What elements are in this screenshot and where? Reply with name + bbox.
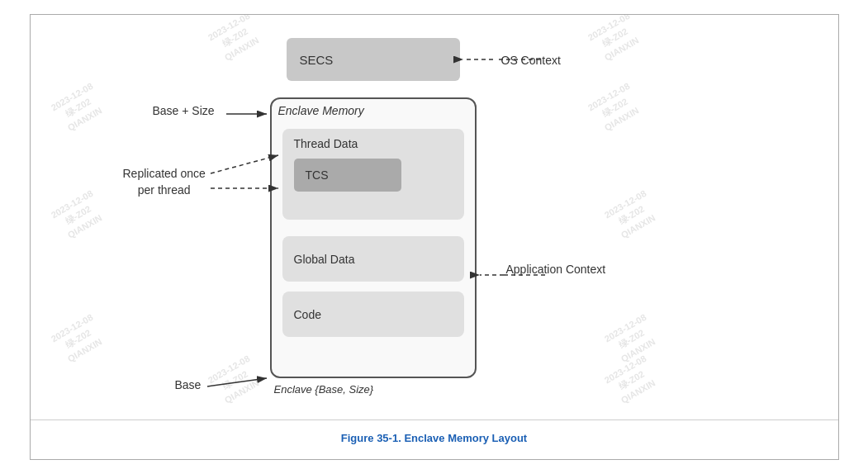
global-data-box: Global Data [282, 236, 464, 282]
watermark: 2023-12-08绿-Z02QIANXIN [586, 14, 645, 66]
code-label: Code [294, 308, 321, 321]
watermark: 2023-12-08绿-Z02QIANXIN [206, 353, 265, 409]
diagram-area: 2023-12-08绿-Z02QIANXIN 2023-12-08绿-Z02QI… [31, 15, 838, 419]
tcs-label: TCS [306, 168, 329, 182]
watermark: 2023-12-08绿-Z02QIANXIN [602, 353, 662, 409]
base-size-label: Base + Size [153, 104, 215, 117]
global-data-label: Global Data [294, 253, 355, 266]
watermark: 2023-12-08绿-Z02QIANXIN [602, 311, 662, 367]
watermark: 2023-12-08绿-Z02QIANXIN [602, 187, 662, 244]
secs-label: SECS [300, 53, 334, 67]
replicated-label: Replicated once per thread [123, 166, 206, 198]
svg-line-5 [211, 155, 278, 173]
thread-data-box: Thread Data TCS [282, 129, 464, 220]
enclave-memory-label: Enclave Memory [278, 104, 364, 117]
application-context-label: Application Context [506, 263, 606, 276]
figure-caption-text: Figure 35-1. Enclave Memory Layout [341, 432, 527, 444]
tcs-box: TCS [294, 159, 401, 192]
diagram-container: 2023-12-08绿-Z02QIANXIN 2023-12-08绿-Z02QI… [30, 14, 839, 460]
thread-data-label: Thread Data [294, 137, 358, 150]
code-box: Code [282, 292, 464, 337]
watermark: 2023-12-08绿-Z02QIANXIN [206, 14, 265, 66]
figure-caption: Figure 35-1. Enclave Memory Layout [31, 419, 838, 456]
enclave-base-size-label: Enclave {Base, Size} [274, 383, 374, 396]
watermark: 2023-12-08绿-Z02QIANXIN [49, 311, 108, 367]
watermark: 2023-12-08绿-Z02QIANXIN [586, 80, 645, 136]
os-context-label: OS Context [501, 54, 561, 67]
watermark: 2023-12-08绿-Z02QIANXIN [49, 187, 108, 244]
secs-box: SECS [287, 38, 460, 81]
base-label: Base [175, 378, 202, 391]
svg-line-9 [207, 378, 267, 386]
watermark: 2023-12-08绿-Z02QIANXIN [49, 80, 108, 136]
